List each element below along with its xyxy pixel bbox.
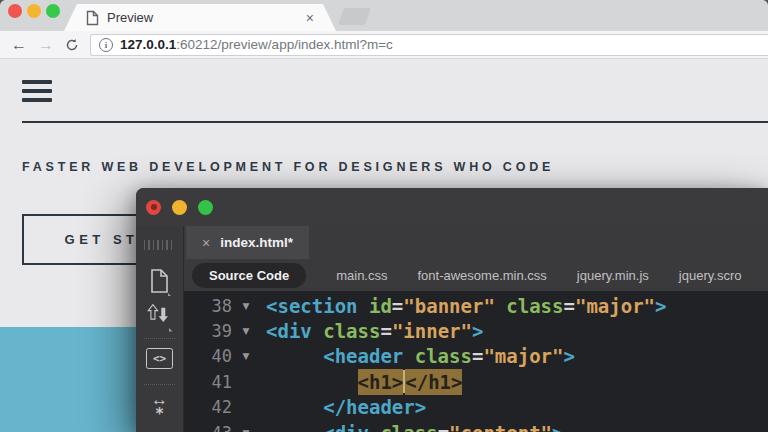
document-tab-bar: × index.html* (184, 226, 768, 259)
code-token: "major" (483, 345, 563, 367)
page-favicon-icon (86, 10, 99, 26)
code-token: <div (323, 422, 369, 432)
code-text[interactable]: </header> (260, 396, 426, 418)
doc-tab-index-html[interactable]: × index.html* (186, 226, 309, 259)
code-text[interactable]: <h1></h1> (260, 370, 462, 393)
browser-window-controls (8, 4, 60, 18)
code-token: <div (266, 320, 312, 342)
code-token: > (655, 295, 666, 317)
file-tab-jquery-scro[interactable]: jquery.scro (679, 268, 742, 283)
sidebar-grip (144, 240, 175, 250)
editor-close-button[interactable] (146, 200, 161, 215)
code-token: class (380, 422, 437, 432)
code-panel-icon[interactable]: <> (136, 348, 183, 369)
fold-triangle-icon[interactable]: ▼ (232, 351, 260, 361)
code-text[interactable]: <header class="major"> (260, 345, 575, 367)
screenshot-root: Preview × ← → i 127.0.0.1:60212/preview/… (0, 0, 768, 432)
code-token: "banner" (403, 295, 495, 317)
resize-arrows-icon[interactable]: ↔ * (136, 391, 183, 422)
code-token: class (415, 345, 472, 367)
code-token: class (323, 320, 380, 342)
browser-tab-strip: Preview × (0, 0, 768, 31)
code-line-39[interactable]: 39▼<div class="inner"> (184, 318, 768, 343)
editor-zoom-button[interactable] (198, 200, 213, 215)
code-editor-window: <> ↔ * × index.html* Source Codemain.css… (136, 188, 768, 432)
sort-arrows-icon[interactable] (136, 302, 183, 332)
line-number: 39 (184, 321, 232, 341)
back-button[interactable]: ← (11, 37, 27, 53)
header-divider (22, 121, 768, 123)
code-text[interactable]: <section id="banner" class="major"> (260, 295, 666, 317)
code-token: class (506, 295, 563, 317)
line-number: 42 (184, 397, 232, 417)
line-number: 41 (184, 372, 232, 392)
code-token: <section (266, 295, 358, 317)
page-headline: FASTER WEB DEVELOPMENT FOR DESIGNERS WHO… (22, 160, 554, 174)
code-token: = (380, 320, 391, 342)
close-window-button[interactable] (8, 4, 22, 18)
page-info-icon[interactable]: i (99, 38, 113, 52)
code-token: > (552, 422, 563, 432)
code-token: > (472, 320, 483, 342)
forward-button: → (38, 37, 54, 53)
code-line-42[interactable]: 42 </header> (184, 395, 768, 420)
code-token: "content" (449, 422, 552, 432)
editor-titlebar[interactable] (136, 188, 768, 226)
tab-close-icon[interactable]: × (306, 11, 314, 25)
code-editor-area[interactable]: 38▼<section id="banner" class="major">39… (184, 291, 768, 432)
code-token (495, 295, 506, 317)
browser-toolbar: ← → i 127.0.0.1:60212/preview/app/index.… (0, 31, 768, 59)
file-tab-font-awesome-min-css[interactable]: font-awesome.min.css (417, 268, 546, 283)
hamburger-menu-icon[interactable] (22, 80, 52, 107)
code-token: = (392, 295, 403, 317)
file-tab-main-css[interactable]: main.css (336, 268, 387, 283)
code-token: = (472, 345, 483, 367)
code-token: "major" (575, 295, 655, 317)
code-line-43[interactable]: 43▼ <div class="content"> (184, 420, 768, 432)
sidebar-divider (144, 384, 175, 385)
code-token: "inner" (392, 320, 472, 342)
file-tab-source-code[interactable]: Source Code (192, 263, 306, 288)
editor-minimize-button[interactable] (172, 200, 187, 215)
sidebar-divider (144, 338, 175, 339)
file-browser-icon[interactable] (136, 268, 183, 296)
code-token (266, 371, 358, 393)
doc-tab-close-icon[interactable]: × (202, 236, 210, 250)
code-token (312, 320, 323, 342)
browser-tab-preview[interactable]: Preview × (64, 4, 336, 31)
minimize-window-button[interactable] (27, 4, 41, 18)
url-bar[interactable]: i 127.0.0.1:60212/preview/app/index.html… (90, 34, 768, 56)
code-line-40[interactable]: 40▼ <header class="major"> (184, 344, 768, 369)
code-token: <header (323, 345, 403, 367)
code-text[interactable]: <div class="content"> (260, 422, 563, 432)
reload-button[interactable] (65, 38, 79, 52)
code-token: > (563, 345, 574, 367)
line-number: 40 (184, 346, 232, 366)
editor-sidebar: <> ↔ * (136, 226, 184, 432)
new-tab-button[interactable] (338, 8, 371, 25)
code-token (266, 396, 323, 418)
file-tab-bar: Source Codemain.cssfont-awesome.min.cssj… (184, 259, 768, 291)
fold-triangle-icon[interactable]: ▼ (232, 301, 260, 311)
fold-triangle-icon[interactable]: ▼ (232, 326, 260, 336)
code-token: = (438, 422, 449, 432)
fold-triangle-icon[interactable]: ▼ (232, 428, 260, 432)
code-token: </h1> (405, 369, 462, 395)
code-token (403, 345, 414, 367)
tab-title: Preview (107, 10, 306, 25)
code-token: <h1> (358, 369, 404, 395)
code-token: </header> (323, 396, 426, 418)
code-token (358, 295, 369, 317)
code-token: id (369, 295, 392, 317)
code-token (369, 422, 380, 432)
zoom-window-button[interactable] (46, 4, 60, 18)
code-line-38[interactable]: 38▼<section id="banner" class="major"> (184, 293, 768, 318)
code-text[interactable]: <div class="inner"> (260, 320, 483, 342)
line-number: 43 (184, 423, 232, 432)
file-tab-jquery-min-js[interactable]: jquery.min.js (577, 268, 649, 283)
code-token (266, 422, 323, 432)
url-host: 127.0.0.1 (120, 37, 176, 52)
url-path: :60212/preview/app/index.html?m=c (176, 37, 393, 52)
code-line-41[interactable]: 41 <h1></h1> (184, 369, 768, 394)
line-number: 38 (184, 296, 232, 316)
